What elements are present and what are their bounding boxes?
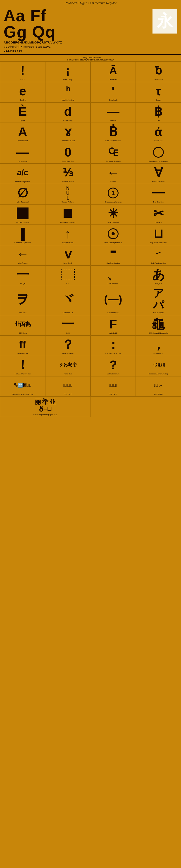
label-ascii: ASCII	[1, 79, 44, 81]
symbol-hebrew: —	[107, 104, 119, 119]
symbol-kanasup: 𛀀𛀁𛀂𛀃	[59, 358, 77, 372]
symbol-latin1sup: ¡	[66, 63, 70, 78]
symbol-latinextadd: Ḃ	[109, 124, 117, 139]
cell-enclosedalpha: 1 Enclosed Alphanums	[90, 184, 136, 204]
cell-cjkexta: 㐀㐁㐂 CJK Ext A	[0, 315, 45, 336]
symbol-cjk: 一	[62, 317, 74, 332]
symbol-modifier: ʰ	[66, 84, 70, 98]
symbol-enclideosup: 🈀🈁🈂🈃🈄🈅	[14, 378, 31, 393]
symbol-supersub: 0	[64, 145, 71, 160]
symbol-cjkcompatideosup: 丽举並 ð— □	[35, 398, 56, 413]
symbol-currency: ₠	[108, 145, 118, 160]
label-cjkcompatideographs: CJK Compat Ideographs	[137, 332, 180, 334]
cell-miscmatha: ∥ Misc Math Symbols A	[0, 225, 45, 245]
symbol-misctech: ∅	[17, 186, 28, 200]
label-cjkexta: CJK Ext A	[1, 332, 44, 334]
label-arrows: Arrows	[92, 181, 135, 183]
label-hiragana: Hiragana	[137, 282, 180, 285]
cell-greek: τ Greek	[136, 82, 181, 102]
cell-mathops: ∀ Math Operators	[136, 163, 181, 184]
kanji-preview: 永	[152, 9, 177, 33]
symbol-enclosedcjk: (—)	[104, 287, 122, 311]
symbol-cjkextd: 𫝀𫝁𫝂𫝃«	[154, 378, 162, 393]
label-enclosedalpha: Enclosed Alphanums	[92, 201, 135, 203]
symbol-blockelements	[17, 206, 29, 221]
cell-smallforms: ， Small Forms	[136, 336, 181, 356]
symbol-phoneticext: A	[18, 124, 27, 139]
label-suparrowsb: Sup Arrows B	[46, 242, 89, 244]
cell-cjkextb: 𠀀𠀁𠀂𠀃𠀄𠀅 CJK Ext B	[45, 376, 90, 397]
cell-hebrew: — Hebrew	[90, 102, 136, 123]
symbol-supmathops: ⊔	[153, 226, 164, 241]
cell-latinextd: F Latin Ext D	[90, 315, 136, 336]
cell-enclosedalphansupp: ㋀㋁㋂㋃ Enclosed Alphanum Sup	[136, 356, 181, 376]
cell-katakanaext: ヾ Katakana Ext	[45, 286, 90, 315]
symbol-enclosedalpha: 1	[108, 186, 118, 200]
label-supersub: Super And Sub	[46, 160, 89, 162]
preview-row1: Aa Ff	[4, 7, 150, 24]
symbol-cjkextc: 𪜀𪜁𪜂𪜃𪜄	[109, 378, 117, 393]
label-mathops: Math Operators	[137, 181, 180, 183]
label-cyrillicsup: Cyrillic Sup	[46, 119, 89, 122]
label-boxdraw: Box Drawing	[137, 201, 180, 203]
cell-ctrlpic: NUL Control Pictures	[45, 184, 90, 204]
symbol-hiragana: あ	[152, 267, 165, 282]
cell-geoshapes: Geometric Shapes	[45, 204, 90, 225]
label-latinexta: Latin Ext A	[92, 79, 135, 81]
symbol-smallforms: ，	[152, 337, 165, 352]
cell-arrows: ← Arrows	[90, 163, 136, 184]
symbol-latinextc: ᴠ	[64, 247, 72, 261]
cell-dingbats: ✂ Dingbats	[136, 204, 181, 225]
symbol-latinexta: Ā	[109, 63, 117, 78]
label-misctech: Misc Technical	[1, 201, 44, 203]
alphabet-section: ABCDEFGHIJKLMNOPQRSTUVWXYZ abcdefghijklm…	[0, 40, 181, 54]
label-mathalpha: Math Alphanum	[92, 373, 135, 375]
symbol-greek: τ	[156, 84, 161, 98]
cell-latinextb: ƀ Latin Ext B	[136, 62, 181, 82]
label-blockelements: Block Elements	[1, 221, 44, 223]
cell-suppunct: ⁼ Sup Punctuation	[90, 245, 136, 266]
label-smallforms: Small Forms	[137, 352, 180, 355]
symbol-phoneticsup: ɤ	[64, 124, 72, 139]
label-alphabeticpf: Alphabetic PF	[1, 352, 44, 355]
cell-halffulls: ！ Half And Full Forms	[0, 356, 45, 376]
cell-enclosedcjk: (—) Enclosed CJK	[90, 286, 136, 315]
label-latinextb: Latin Ext B	[137, 79, 180, 81]
label-cjkcompat: CJK Compat	[137, 312, 180, 314]
label-latin1sup: Latin 1 Sup	[46, 79, 89, 81]
symbol-cjkcompat: アパ	[153, 287, 164, 311]
preview-row2: Gg Qq	[4, 24, 150, 40]
symbol-numforms: ⅓	[63, 165, 73, 180]
label-latinextc: Latin Ext C	[46, 262, 89, 264]
label-cjk: CJK	[46, 332, 89, 334]
label-diacsymbols: Diacriticals For Symbols	[137, 160, 180, 162]
label-currency: Currency Symbols	[92, 160, 135, 162]
cell-cjkradicalssup: ㇀ CJK Radicals Sup	[136, 245, 181, 266]
cell-currency: ₠ Currency Symbols	[90, 143, 136, 163]
label-diacriticals: Diacriticals	[92, 99, 135, 101]
uppercase-alphabet: ABCDEFGHIJKLMNOPQRSTUVWXYZ	[4, 40, 177, 44]
cell-supmathops: ⊔ Sup Math Operators	[136, 225, 181, 245]
label-ctrlpic: Control Pictures	[46, 201, 89, 203]
symbol-punct: —	[16, 145, 29, 160]
cell-blockelements: Block Elements	[0, 204, 45, 225]
label-cjkextd: CJK Ext D	[137, 393, 180, 396]
cell-idc: IDC	[45, 266, 90, 286]
symbol-verticalforms: ？	[62, 337, 74, 352]
font-source-text: Font Source: http://www.fontke.com/font/…	[0, 59, 181, 61]
copyright-text: © Design by fontke.com	[0, 56, 181, 59]
symbol-cjkradicalssup: ㇀	[155, 247, 162, 261]
symbol-dingbats: ✂	[153, 206, 164, 221]
label-phoneticsup: Phonetic Ext Sup	[46, 140, 89, 142]
label-kangxi: Kangxi	[1, 282, 44, 285]
lowercase-alphabet: abcdefghijklmnopqrstuvwxyz	[4, 44, 177, 49]
cell-cjkextc: 𪜀𪜁𪜂𪜃𪜄 CJK Ext C	[90, 376, 136, 397]
label-katakana: Katakana	[1, 312, 44, 314]
digits-row: 0123456789	[4, 49, 177, 53]
label-ipaext: IPA Ext	[1, 99, 44, 101]
glyph-grid: ! ASCII ¡ Latin 1 Sup Ā Latin Ext A ƀ La…	[0, 61, 181, 417]
cell-suparrowsb: ↑ Sup Arrows B	[45, 225, 90, 245]
symbol-letterlike: a/c	[17, 165, 28, 180]
label-cjkradicalssup: CJK Radicals Sup	[137, 262, 180, 264]
label-cjkcompatforms: CJK Compat Forms	[92, 352, 135, 355]
